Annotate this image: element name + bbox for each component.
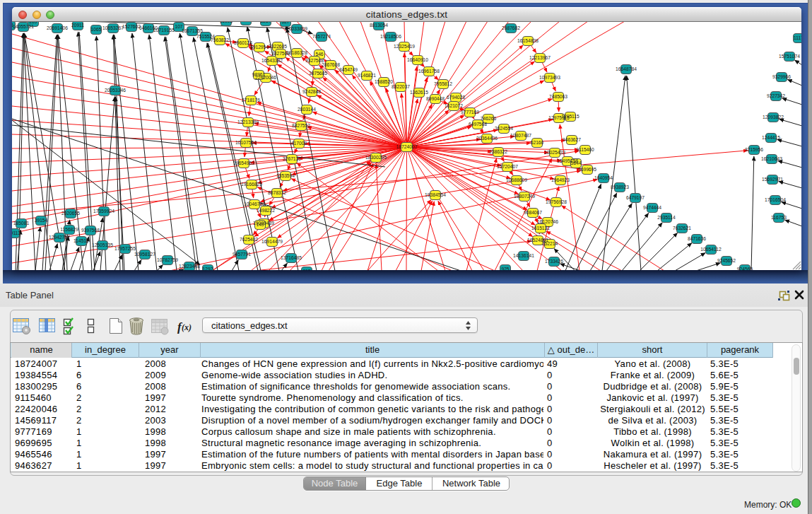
svg-text:149: 149 bbox=[256, 222, 264, 227]
svg-text:15692971: 15692971 bbox=[762, 177, 783, 182]
svg-text:8454749: 8454749 bbox=[339, 67, 358, 72]
svg-text:8878332: 8878332 bbox=[268, 190, 286, 195]
svg-text:14136141: 14136141 bbox=[513, 253, 534, 258]
svg-text:10958127: 10958127 bbox=[134, 252, 155, 257]
svg-text:16033809: 16033809 bbox=[286, 26, 307, 31]
svg-text:12823448: 12823448 bbox=[179, 264, 200, 269]
svg-text:12213967: 12213967 bbox=[529, 55, 551, 60]
svg-text:10046788: 10046788 bbox=[244, 201, 265, 206]
svg-text:9457791: 9457791 bbox=[233, 252, 251, 257]
svg-text:185081: 185081 bbox=[13, 221, 30, 226]
svg-text:7857274: 7857274 bbox=[312, 34, 331, 39]
svg-text:117: 117 bbox=[303, 269, 311, 270]
svg-text:7563822: 7563822 bbox=[211, 37, 229, 42]
svg-text:5844: 5844 bbox=[571, 160, 582, 165]
svg-text:2803144: 2803144 bbox=[298, 107, 316, 112]
svg-text:1244415: 1244415 bbox=[762, 135, 780, 140]
svg-text:9245652: 9245652 bbox=[717, 258, 736, 263]
svg-text:39113: 39113 bbox=[12, 230, 20, 235]
svg-text:16154838: 16154838 bbox=[517, 38, 539, 43]
svg-text:16640910: 16640910 bbox=[407, 57, 428, 62]
svg-text:1964923: 1964923 bbox=[551, 177, 570, 182]
svg-text:14055721: 14055721 bbox=[13, 24, 34, 29]
svg-text:6794028: 6794028 bbox=[447, 95, 465, 100]
svg-text:9329966: 9329966 bbox=[772, 74, 791, 79]
svg-text:9146821: 9146821 bbox=[358, 73, 376, 78]
svg-text:8912954: 8912954 bbox=[250, 45, 269, 49]
svg-text:12213389: 12213389 bbox=[237, 119, 259, 124]
svg-text:15751074: 15751074 bbox=[779, 54, 800, 59]
svg-text:8427552: 8427552 bbox=[292, 123, 310, 128]
svg-text:9777169: 9777169 bbox=[461, 110, 479, 115]
svg-text:546: 546 bbox=[315, 52, 323, 57]
svg-text:6479197: 6479197 bbox=[626, 195, 645, 200]
svg-text:116753: 116753 bbox=[771, 215, 787, 220]
svg-text:1156829: 1156829 bbox=[60, 227, 78, 232]
svg-text:10107554: 10107554 bbox=[235, 140, 257, 145]
svg-text:8471636: 8471636 bbox=[688, 236, 706, 241]
svg-text:1640954: 1640954 bbox=[594, 175, 613, 180]
svg-text:10719155: 10719155 bbox=[153, 28, 175, 33]
svg-text:2718176: 2718176 bbox=[242, 98, 260, 103]
svg-text:8215956: 8215956 bbox=[745, 147, 763, 152]
svg-text:114519: 114519 bbox=[73, 238, 89, 243]
svg-text:12942757: 12942757 bbox=[49, 235, 70, 240]
svg-text:2322605: 2322605 bbox=[269, 44, 287, 49]
svg-text:9474444: 9474444 bbox=[643, 205, 661, 210]
svg-text:1295115: 1295115 bbox=[561, 114, 579, 119]
svg-text:746266: 746266 bbox=[481, 116, 497, 121]
svg-text:3267: 3267 bbox=[261, 22, 271, 23]
svg-text:7632621: 7632621 bbox=[673, 226, 691, 230]
svg-text:9463627: 9463627 bbox=[563, 137, 581, 142]
svg-text:17359924: 17359924 bbox=[93, 209, 114, 214]
svg-text:9699695: 9699695 bbox=[578, 167, 596, 172]
svg-text:8322037: 8322037 bbox=[392, 84, 410, 89]
svg-text:19384554: 19384554 bbox=[425, 192, 446, 197]
svg-text:16914479: 16914479 bbox=[261, 239, 283, 244]
svg-text:10025433: 10025433 bbox=[544, 150, 565, 155]
svg-text:252214: 252214 bbox=[542, 241, 558, 246]
svg-text:209: 209 bbox=[29, 22, 37, 24]
svg-text:9227342: 9227342 bbox=[767, 93, 785, 98]
svg-text:2020655: 2020655 bbox=[61, 211, 80, 216]
svg-text:6497568: 6497568 bbox=[469, 122, 487, 127]
svg-text:18807249: 18807249 bbox=[514, 194, 535, 199]
svg-text:10973493: 10973493 bbox=[539, 75, 560, 80]
svg-text:17957255: 17957255 bbox=[114, 246, 136, 251]
svg-text:16120746: 16120746 bbox=[537, 219, 558, 224]
svg-text:12325419: 12325419 bbox=[394, 44, 415, 49]
svg-text:98961: 98961 bbox=[252, 72, 266, 77]
svg-text:16671355: 16671355 bbox=[182, 28, 203, 33]
svg-text:12505135: 12505135 bbox=[92, 243, 113, 247]
svg-text:8990448: 8990448 bbox=[426, 96, 445, 101]
svg-text:20053346: 20053346 bbox=[105, 88, 126, 93]
svg-text:16210643: 16210643 bbox=[761, 156, 782, 161]
svg-text:1065: 1065 bbox=[91, 27, 102, 32]
svg-text:9242848: 9242848 bbox=[302, 89, 321, 94]
svg-text:18300295: 18300295 bbox=[365, 155, 387, 160]
svg-text:19756928: 19756928 bbox=[546, 199, 567, 204]
svg-text:1362615: 1362615 bbox=[410, 90, 428, 95]
svg-text:10782759: 10782759 bbox=[157, 257, 178, 262]
svg-text:1117: 1117 bbox=[794, 35, 801, 40]
svg-text:527: 527 bbox=[281, 22, 289, 24]
svg-text:20911: 20911 bbox=[71, 23, 84, 28]
svg-text:7625402: 7625402 bbox=[240, 237, 258, 242]
svg-text:10653267: 10653267 bbox=[102, 25, 124, 30]
svg-text:2935114: 2935114 bbox=[657, 215, 676, 220]
svg-text:16648784: 16648784 bbox=[616, 66, 637, 71]
svg-text:10654112: 10654112 bbox=[700, 247, 722, 252]
svg-text:13716485: 13716485 bbox=[281, 255, 302, 260]
svg-text:2687682: 2687682 bbox=[502, 25, 520, 30]
svg-text:19166825: 19166825 bbox=[241, 182, 262, 187]
svg-text:18724007: 18724007 bbox=[396, 144, 418, 149]
svg-text:15720407: 15720407 bbox=[497, 164, 518, 169]
svg-text:12093822: 12093822 bbox=[763, 115, 784, 119]
svg-text:8938923: 8938923 bbox=[611, 185, 629, 189]
svg-text:16961758: 16961758 bbox=[418, 69, 440, 74]
svg-text:31065: 31065 bbox=[240, 22, 253, 23]
svg-text:1292: 1292 bbox=[203, 267, 213, 270]
svg-text:1588520: 1588520 bbox=[375, 79, 393, 84]
svg-text:3875685: 3875685 bbox=[309, 71, 327, 76]
svg-text:1733426: 1733426 bbox=[545, 259, 563, 264]
